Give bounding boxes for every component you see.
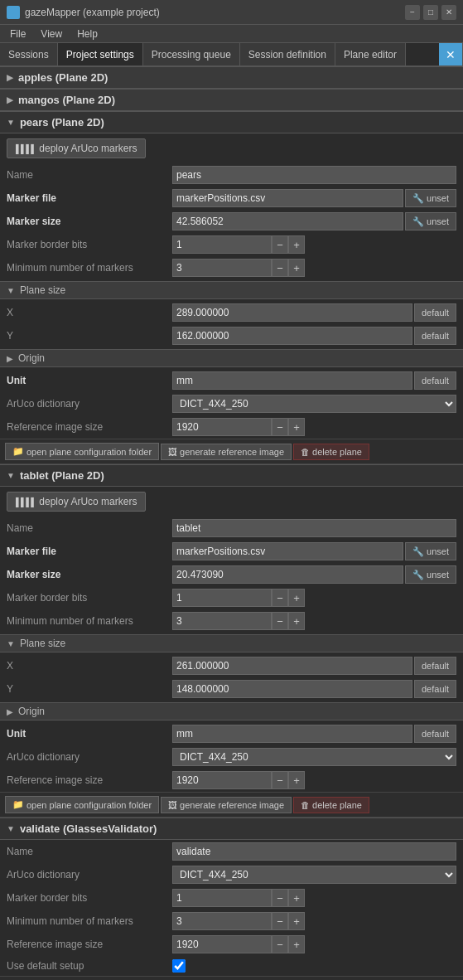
tablet-border-bits-input[interactable] [172, 589, 272, 607]
tablet-border-bits-plus-button[interactable]: + [288, 589, 305, 607]
tablet-plane-y-default-button[interactable]: default [414, 680, 456, 698]
tablet-ref-size-plus-button[interactable]: + [288, 771, 305, 789]
pears-plane-x-label: X [7, 307, 172, 318]
app-icon [7, 6, 20, 19]
validate-name-input[interactable] [172, 842, 456, 861]
maximize-button[interactable]: □ [423, 5, 438, 20]
validate-aruco-select[interactable]: DICT_4X4_250 [172, 866, 456, 884]
plane-header-tablet[interactable]: ▼ tablet (Plane 2D) [0, 464, 463, 487]
pears-min-markers-plus-button[interactable]: + [288, 259, 305, 277]
tablet-marker-file-input[interactable] [172, 542, 403, 560]
validate-border-bits-stepper: − + [172, 889, 305, 907]
pears-min-markers-stepper: − + [172, 259, 305, 277]
pears-marker-size-unset-button[interactable]: unset [405, 212, 456, 230]
validate-name-row: Name [0, 840, 463, 863]
pears-open-folder-button[interactable]: open plane configuration folder [5, 443, 159, 460]
tablet-min-markers-minus-button[interactable]: − [272, 612, 288, 630]
tab-close-button[interactable]: ✕ [439, 43, 463, 65]
tablet-name-label: Name [7, 522, 172, 534]
minimize-button[interactable]: − [405, 5, 420, 20]
folder-icon [12, 799, 24, 810]
pears-border-bits-input[interactable] [172, 235, 272, 254]
plane-header-pears[interactable]: ▼ pears (Plane 2D) [0, 111, 463, 133]
tablet-marker-size-label: Marker size [7, 569, 172, 580]
tablet-min-markers-plus-button[interactable]: + [288, 612, 305, 630]
tablet-marker-size-input[interactable] [172, 565, 403, 584]
validate-min-markers-plus-button[interactable]: + [288, 912, 305, 930]
tablet-marker-file-unset-button[interactable]: unset [405, 542, 456, 560]
pears-gen-image-button[interactable]: generate reference image [161, 444, 292, 460]
pears-unit-default-button[interactable]: default [414, 371, 456, 390]
pears-plane-x-default-button[interactable]: default [414, 303, 456, 322]
chevron-down-icon: ▼ [7, 639, 15, 648]
validate-min-markers-input[interactable] [172, 912, 272, 930]
tab-sessions[interactable]: Sessions [0, 43, 58, 65]
pears-min-markers-minus-button[interactable]: − [272, 259, 288, 277]
plane-label-mangos: mangos (Plane 2D) [18, 94, 115, 106]
validate-ref-size-label: Reference image size [7, 939, 172, 950]
validate-ref-size-minus-button[interactable]: − [272, 935, 288, 953]
tablet-border-bits-row: Marker border bits − + [0, 586, 463, 609]
chevron-right-icon: ▶ [7, 73, 13, 82]
validate-use-default-checkbox[interactable] [172, 959, 186, 973]
pears-marker-size-input[interactable] [172, 212, 403, 230]
tablet-plane-size-header[interactable]: ▼ Plane size [0, 634, 463, 653]
validate-ref-size-plus-button[interactable]: + [288, 935, 305, 953]
deploy-aruco-button-pears[interactable]: deploy ArUco markers [7, 138, 146, 158]
tab-project-settings[interactable]: Project settings [58, 43, 143, 65]
pears-min-markers-input[interactable] [172, 259, 272, 277]
validate-ref-size-input[interactable] [172, 935, 272, 953]
validate-border-bits-minus-button[interactable]: − [272, 889, 288, 907]
pears-name-input[interactable] [172, 166, 456, 184]
pears-origin-header[interactable]: ▶ Origin [0, 349, 463, 367]
tablet-aruco-select[interactable]: DICT_4X4_250 [172, 748, 456, 766]
tablet-plane-y-input[interactable] [172, 680, 412, 698]
tablet-plane-x-input[interactable] [172, 657, 412, 675]
tablet-min-markers-input[interactable] [172, 612, 272, 630]
pears-marker-file-input[interactable] [172, 189, 403, 207]
pears-ref-size-plus-button[interactable]: + [288, 418, 305, 436]
pears-border-bits-plus-button[interactable]: + [288, 235, 305, 254]
tablet-marker-size-unset-button[interactable]: unset [405, 565, 456, 584]
tablet-name-input[interactable] [172, 519, 456, 537]
deploy-aruco-button-tablet[interactable]: deploy ArUco markers [7, 492, 146, 512]
tablet-ref-size-minus-button[interactable]: − [272, 771, 288, 789]
tab-processing-queue[interactable]: Processing queue [143, 43, 240, 65]
tab-session-definition[interactable]: Session definition [240, 43, 335, 65]
menu-help[interactable]: Help [70, 27, 104, 41]
menu-file[interactable]: File [3, 27, 32, 41]
tablet-origin-header[interactable]: ▶ Origin [0, 702, 463, 720]
tab-plane-editor[interactable]: Plane editor [335, 43, 406, 65]
plane-header-validate[interactable]: ▼ validate (GlassesValidator) [0, 817, 463, 840]
pears-plane-y-default-button[interactable]: default [414, 327, 456, 345]
plane-header-mangos[interactable]: ▶ mangos (Plane 2D) [0, 89, 463, 111]
pears-plane-size-header[interactable]: ▼ Plane size [0, 281, 463, 299]
pears-plane-y-input[interactable] [172, 327, 412, 345]
pears-ref-size-minus-button[interactable]: − [272, 418, 288, 436]
validate-min-markers-minus-button[interactable]: − [272, 912, 288, 930]
plane-header-apples[interactable]: ▶ apples (Plane 2D) [0, 66, 463, 89]
menu-view[interactable]: View [34, 27, 69, 41]
tablet-unit-default-button[interactable]: default [414, 725, 456, 743]
pears-plane-x-input[interactable] [172, 303, 412, 322]
validate-border-bits-plus-button[interactable]: + [288, 889, 305, 907]
tablet-ref-size-input[interactable] [172, 771, 272, 789]
close-button[interactable]: ✕ [441, 5, 456, 20]
pears-delete-button[interactable]: delete plane [293, 444, 369, 460]
pears-ref-size-input[interactable] [172, 418, 272, 436]
image-icon [168, 447, 177, 457]
tablet-open-folder-button[interactable]: open plane configuration folder [5, 796, 159, 813]
pears-marker-file-unset-button[interactable]: unset [405, 189, 456, 207]
pears-unit-input[interactable] [172, 371, 412, 390]
plane-label-apples: apples (Plane 2D) [18, 71, 108, 84]
tablet-unit-input[interactable] [172, 725, 412, 743]
pears-aruco-select[interactable]: DICT_4X4_250 [172, 395, 456, 413]
pears-border-bits-minus-button[interactable]: − [272, 235, 288, 254]
tablet-plane-x-default-button[interactable]: default [414, 657, 456, 675]
tablet-gen-image-button[interactable]: generate reference image [161, 797, 292, 813]
tablet-border-bits-minus-button[interactable]: − [272, 589, 288, 607]
tablet-delete-button[interactable]: delete plane [293, 797, 369, 813]
tablet-action-row: open plane configuration folder generate… [0, 792, 463, 817]
validate-border-bits-input[interactable] [172, 889, 272, 907]
pears-ref-size-label: Reference image size [7, 421, 172, 433]
